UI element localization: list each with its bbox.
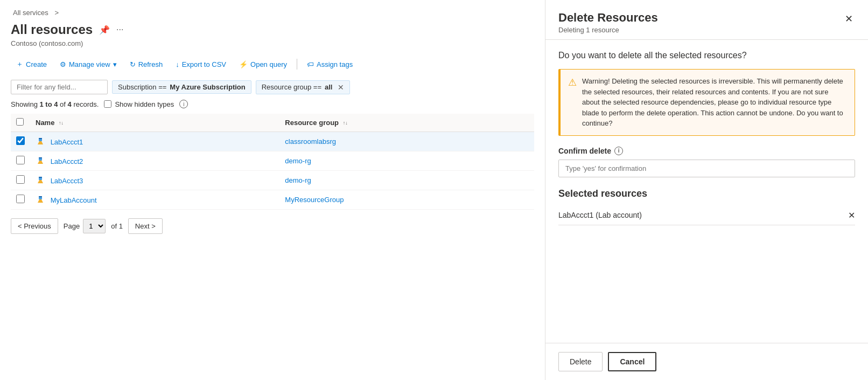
svg-rect-5 (39, 177, 42, 178)
warning-icon: ⚠ (568, 77, 577, 129)
page-number-select[interactable]: 1 (83, 219, 106, 233)
show-hidden-types-label[interactable]: Show hidden types (104, 100, 174, 108)
resource-group-key: Resource group == (262, 83, 321, 91)
row-checkbox-1[interactable] (16, 156, 25, 164)
next-button[interactable]: Next > (128, 218, 163, 234)
previous-button[interactable]: < Previous (11, 218, 58, 234)
delete-button[interactable]: Delete (558, 352, 603, 371)
panel-footer: Delete Cancel (545, 343, 868, 380)
warning-text: Warning! Deleting the selected resources… (582, 76, 847, 129)
table-row: MyLabAccount MyResourceGroup (11, 190, 534, 210)
confirm-label: Confirm delete i (558, 147, 855, 155)
rg-sort-icon: ↑↓ (343, 121, 348, 126)
hidden-types-info-icon[interactable]: i (179, 100, 188, 108)
panel-subtitle: Deleting 1 resource (558, 26, 658, 34)
breadcrumb-separator: > (54, 9, 59, 17)
selected-resources-title: Selected resources (558, 188, 855, 199)
tag-icon: 🏷 (307, 60, 314, 68)
pin-icon[interactable]: 📌 (99, 25, 110, 35)
resource-name-link[interactable]: LabAccct1 (51, 137, 83, 146)
resource-group-val: all (325, 83, 332, 91)
table-row: LabAccct3 demo-rg (11, 171, 534, 190)
svg-rect-1 (39, 138, 42, 139)
row-checkbox-3[interactable] (16, 195, 25, 203)
create-button[interactable]: ＋ Create (11, 56, 52, 72)
records-text: Showing 1 to 4 of 4 records. (11, 100, 99, 108)
svg-rect-7 (39, 196, 42, 197)
toolbar-separator (297, 59, 297, 70)
name-column-header[interactable]: Name ↑↓ (30, 114, 279, 132)
selected-resources-list: LabAccct1 (Lab account) ✕ (558, 206, 855, 225)
confirm-input[interactable] (558, 160, 855, 177)
resource-table: Name ↑↓ Resource group ↑↓ LabAccct1 clas… (11, 114, 534, 210)
subscription-key: Subscription == (118, 83, 166, 91)
selected-resource-item: LabAccct1 (Lab account) ✕ (558, 206, 855, 225)
warning-box: ⚠ Warning! Deleting the selected resourc… (558, 69, 855, 136)
confirm-section: Confirm delete i (558, 147, 855, 177)
row-checkbox-2[interactable] (16, 175, 25, 184)
page-select: Page 1 (64, 219, 106, 233)
selected-resource-name: LabAccct1 (Lab account) (558, 211, 642, 219)
page-title-row: All resources 📌 ··· (11, 22, 534, 37)
resource-group-filter-tag: Resource group == all ✕ (256, 80, 351, 94)
table-header-row: Name ↑↓ Resource group ↑↓ (11, 114, 534, 132)
cancel-button[interactable]: Cancel (608, 352, 656, 371)
confirm-info-icon[interactable]: i (614, 147, 623, 155)
breadcrumb[interactable]: All services > (11, 9, 534, 17)
delete-resources-panel: Delete Resources Deleting 1 resource ✕ D… (545, 0, 868, 380)
chevron-down-icon: ▾ (113, 60, 117, 68)
toolbar: ＋ Create ⚙ Manage view ▾ ↻ Refresh ↓ Exp… (11, 56, 534, 72)
page-label: Page (64, 222, 80, 230)
export-csv-button[interactable]: ↓ Export to CSV (170, 57, 232, 72)
refresh-icon: ↻ (130, 60, 136, 68)
svg-rect-3 (39, 157, 42, 158)
download-icon: ↓ (176, 60, 179, 68)
resource-group-column-header[interactable]: Resource group ↑↓ (279, 114, 534, 132)
panel-question: Do you want to delete all the selected r… (558, 51, 855, 60)
gear-icon: ⚙ (60, 60, 66, 68)
table-row: LabAccct1 classroomlabsrg (11, 132, 534, 151)
page-subtitle: Contoso (contoso.com) (11, 39, 534, 47)
resource-group-link[interactable]: MyResourceGroup (285, 196, 344, 204)
row-checkbox-0[interactable] (16, 136, 25, 145)
filter-input[interactable] (11, 80, 108, 94)
resource-group-filter-close[interactable]: ✕ (338, 83, 344, 92)
remove-selected-resource-button[interactable]: ✕ (848, 210, 855, 220)
query-icon: ⚡ (239, 60, 248, 68)
select-all-header (11, 114, 30, 132)
filter-row: Subscription == My Azure Subscription Re… (11, 80, 534, 94)
resource-name-link[interactable]: LabAccct2 (51, 157, 83, 165)
open-query-button[interactable]: ⚡ Open query (234, 57, 292, 72)
name-sort-icon: ↑↓ (59, 121, 64, 126)
breadcrumb-link[interactable]: All services (13, 9, 48, 17)
page-title: All resources (11, 22, 93, 37)
left-panel: All services > All resources 📌 ··· Conto… (0, 0, 545, 380)
panel-header: Delete Resources Deleting 1 resource ✕ (545, 0, 868, 40)
pagination: < Previous Page 1 of 1 Next > (11, 218, 534, 234)
subscription-filter-tag: Subscription == My Azure Subscription (112, 80, 251, 94)
panel-title-area: Delete Resources Deleting 1 resource (558, 11, 658, 34)
manage-view-button[interactable]: ⚙ Manage view ▾ (54, 57, 122, 72)
select-all-checkbox[interactable] (16, 118, 24, 126)
table-row: LabAccct2 demo-rg (11, 151, 534, 171)
resource-group-link[interactable]: classroomlabsrg (285, 137, 336, 146)
more-options-icon[interactable]: ··· (116, 25, 123, 34)
assign-tags-button[interactable]: 🏷 Assign tags (302, 57, 358, 72)
panel-body: Do you want to delete all the selected r… (545, 40, 868, 343)
resource-name-link[interactable]: LabAccct3 (51, 176, 83, 184)
subscription-val: My Azure Subscription (170, 83, 245, 91)
resource-group-link[interactable]: demo-rg (285, 157, 311, 165)
records-row: Showing 1 to 4 of 4 records. Show hidden… (11, 100, 534, 108)
refresh-button[interactable]: ↻ Refresh (124, 57, 169, 72)
resource-group-link[interactable]: demo-rg (285, 176, 311, 184)
show-hidden-types-checkbox[interactable] (104, 100, 111, 108)
plus-icon: ＋ (16, 59, 23, 69)
panel-close-button[interactable]: ✕ (843, 11, 855, 27)
page-of-label: of 1 (111, 222, 123, 230)
resource-name-link[interactable]: MyLabAccount (51, 196, 97, 204)
selected-resources-section: Selected resources LabAccct1 (Lab accoun… (558, 188, 855, 225)
panel-title: Delete Resources (558, 11, 658, 25)
